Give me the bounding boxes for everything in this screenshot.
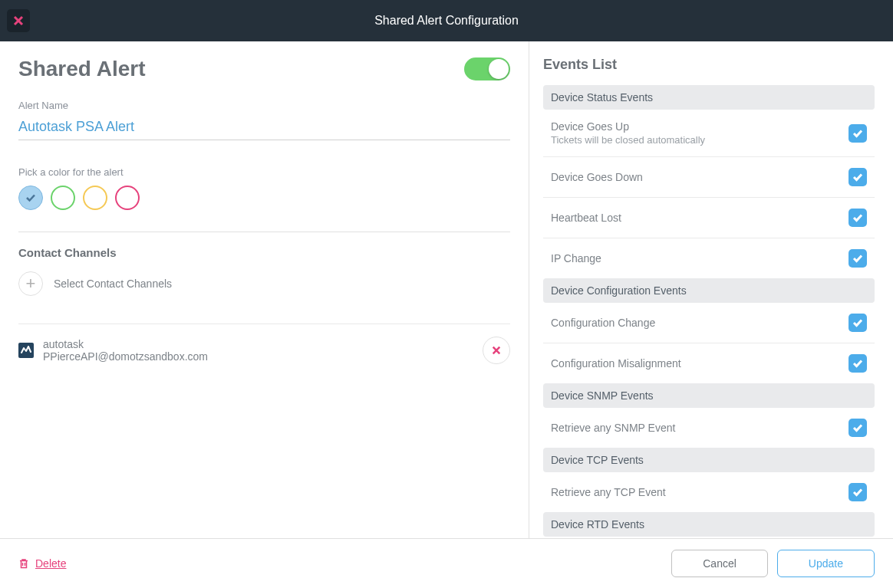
alert-name-label: Alert Name [18,100,510,111]
divider [18,232,510,232]
color-option-green[interactable] [51,186,75,210]
event-sublabel: Tickets will be closed automatically [551,134,705,146]
check-icon [852,253,863,264]
event-checkbox[interactable] [849,168,867,186]
event-group-header: Device RTD Events [543,512,875,537]
event-item: Heartbeat Lost [543,198,875,238]
events-list-title: Events List [543,57,875,73]
event-checkbox[interactable] [849,354,867,373]
event-checkbox[interactable] [849,249,867,268]
event-group-header: Device SNMP Events [543,383,875,408]
event-item: IP Change [543,238,875,278]
color-section: Pick a color for the alert [18,166,510,210]
event-label: Retrieve any TCP Event [551,486,666,498]
event-item: Configuration Change [543,303,875,343]
event-group-header: Device Configuration Events [543,278,875,303]
contact-item: autotask PPierceAPI@domotzsandbox.com [18,324,510,376]
event-label: Device Goes Down [551,171,643,183]
modal-title: Shared Alert Configuration [374,14,519,28]
select-channels-button[interactable]: + Select Contact Channels [18,271,510,296]
event-label: Retrieve any SNMP Event [551,422,675,434]
check-icon [852,317,863,328]
event-item: Configuration Misalignment [543,343,875,383]
footer-actions: Cancel Update [671,550,875,577]
check-icon [852,358,863,369]
check-icon [852,487,863,498]
event-checkbox[interactable] [849,314,867,332]
trash-icon [18,558,29,569]
alert-name-input[interactable] [18,114,510,140]
event-group-header: Device Status Events [543,85,875,110]
event-item: Device Goes Down [543,157,875,198]
close-icon [13,15,24,26]
event-checkbox[interactable] [849,483,867,501]
contact-name: autotask [43,338,473,350]
check-icon [852,212,863,223]
event-label: Configuration Misalignment [551,357,681,370]
alert-name-field: Alert Name [18,100,510,140]
color-row [18,186,510,210]
event-label: Device Goes Up [551,120,705,133]
event-group-header: Device TCP Events [543,448,875,472]
check-icon [852,422,863,433]
contact-email: PPierceAPI@domotzsandbox.com [43,350,473,363]
event-checkbox[interactable] [849,209,867,227]
close-button[interactable] [7,9,30,32]
check-icon [852,128,863,139]
toggle-knob [489,59,509,79]
color-label: Pick a color for the alert [18,166,510,178]
event-item: Retrieve any TCP Event [543,472,875,512]
right-panel: Events List Device Status EventsDevice G… [529,41,893,538]
update-button[interactable]: Update [777,550,875,577]
delete-button[interactable]: Delete [18,557,66,570]
left-panel: Shared Alert Alert Name Pick a color for… [0,41,529,538]
color-option-yellow[interactable] [83,186,107,210]
enabled-toggle[interactable] [464,57,510,80]
modal-body: Shared Alert Alert Name Pick a color for… [0,41,893,538]
autotask-icon [18,343,34,358]
plus-icon: + [18,271,43,296]
event-label: IP Change [551,252,601,264]
contact-info: autotask PPierceAPI@domotzsandbox.com [43,338,473,363]
cancel-button[interactable]: Cancel [671,550,768,577]
check-icon [852,172,863,182]
event-item: Retrieve any SNMP Event [543,408,875,448]
delete-label: Delete [35,557,66,570]
title-row: Shared Alert [18,57,510,81]
page-title: Shared Alert [18,57,145,81]
event-item: Device Goes UpTickets will be closed aut… [543,110,875,157]
events-container: Device Status EventsDevice Goes UpTicket… [543,85,875,537]
contact-channels-title: Contact Channels [18,246,510,259]
color-option-blue[interactable] [18,186,43,210]
event-label: Configuration Change [551,317,655,329]
close-icon [492,346,501,355]
modal-header: Shared Alert Configuration [0,0,893,41]
event-checkbox[interactable] [849,419,867,437]
check-icon [25,192,36,203]
remove-contact-button[interactable] [483,337,510,364]
event-checkbox[interactable] [849,124,867,143]
footer: Delete Cancel Update [0,538,893,588]
event-label: Heartbeat Lost [551,212,621,224]
select-channels-text: Select Contact Channels [54,278,172,290]
modal: Shared Alert Configuration Shared Alert … [0,0,893,588]
color-option-pink[interactable] [115,186,140,210]
